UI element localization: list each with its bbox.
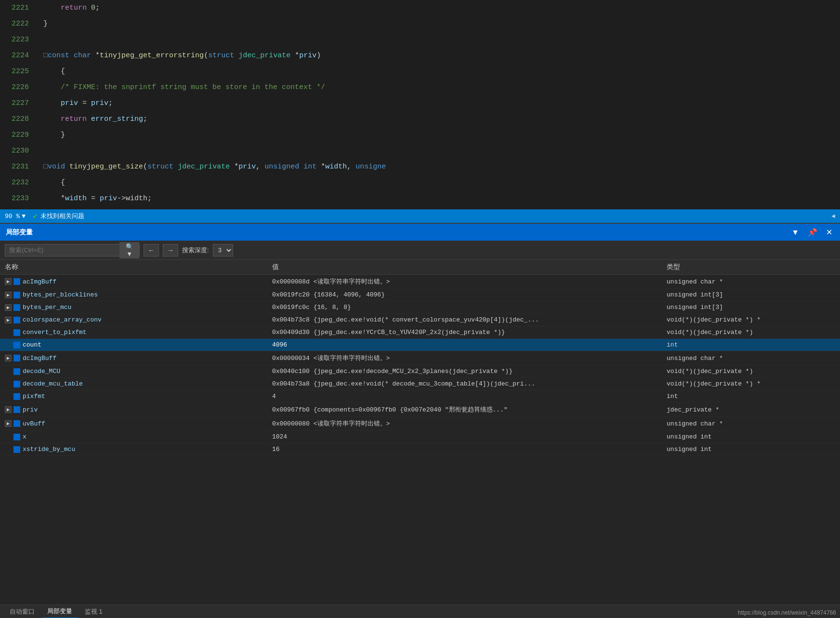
line-number: 2224 bbox=[0, 52, 39, 60]
status-bar: 90 % ▼ ✔ 未找到相关问题 ◄ bbox=[0, 209, 840, 223]
table-row[interactable]: ▶bytes_per_blocklines0x0019fc20 {16384, … bbox=[0, 289, 840, 301]
search-container[interactable]: 🔍▼ bbox=[5, 244, 140, 257]
table-row[interactable]: decode_MCU0x0040c100 {jpeg_dec.exe!decod… bbox=[0, 365, 840, 378]
line-content: } bbox=[39, 20, 840, 28]
code-editor: 2221 return 0;2222}22232224□const char *… bbox=[0, 0, 840, 209]
table-row[interactable]: ▶dcImgBuff0x00000034 <读取字符串字符时出错。>unsign… bbox=[0, 351, 840, 365]
var-icon bbox=[13, 393, 20, 400]
locals-panel: 局部变量 ▼ 📌 ✕ 🔍▼ ← → 搜索深度: 3 名称 值 类型 bbox=[0, 223, 840, 618]
var-name: bytes_per_mcu bbox=[23, 304, 71, 311]
var-type: unsigned int bbox=[662, 431, 840, 443]
search-input[interactable] bbox=[5, 246, 119, 254]
var-name: count bbox=[23, 341, 41, 348]
table-row[interactable]: count4096int bbox=[0, 339, 840, 351]
code-line: 2233 *width = priv->width; bbox=[0, 191, 840, 206]
var-name: pixfmt bbox=[23, 393, 45, 400]
col-header-value: 值 bbox=[267, 260, 662, 275]
table-row[interactable]: ▶priv0x00967fb0 {components=0x00967fb0 {… bbox=[0, 403, 840, 417]
table-row[interactable]: xstride_by_mcu16unsigned int bbox=[0, 443, 840, 456]
tab-auto-window[interactable]: 自动窗口 bbox=[4, 605, 40, 618]
line-content: *width = priv->width; bbox=[39, 194, 840, 203]
pin-down-button[interactable]: ▼ bbox=[789, 227, 801, 238]
line-content: /* FIXME: the snprintf string must be st… bbox=[39, 83, 840, 91]
line-number: 2221 bbox=[0, 4, 39, 12]
depth-select[interactable]: 3 bbox=[213, 244, 233, 257]
code-line: 2231□void tinyjpeg_get_size(struct jdec_… bbox=[0, 159, 840, 175]
var-name: xstride_by_mcu bbox=[23, 446, 75, 453]
var-type: int bbox=[662, 339, 840, 351]
var-name: bytes_per_blocklines bbox=[23, 291, 98, 298]
var-name: colorspace_array_conv bbox=[23, 316, 102, 323]
vars-table-container[interactable]: 名称 值 类型 ▶acImgBuff0x0000008d <读取字符串字符时出错… bbox=[0, 260, 840, 605]
code-line: 2229 } bbox=[0, 127, 840, 143]
var-value: 0x00000034 <读取字符串字符时出错。> bbox=[267, 351, 662, 365]
status-check: ✔ 未找到相关问题 bbox=[33, 211, 84, 221]
expand-button[interactable]: ▶ bbox=[5, 304, 12, 311]
table-row[interactable]: ▶uvBuff0x00000080 <读取字符串字符时出错。>unsigned … bbox=[0, 417, 840, 431]
line-number: 2231 bbox=[0, 163, 39, 171]
var-name-cell: xstride_by_mcu bbox=[0, 443, 267, 456]
expand-button[interactable]: ▶ bbox=[5, 406, 12, 413]
var-name-cell: count bbox=[0, 339, 267, 351]
bottom-tabs: 自动窗口 局部变量 监视 1 bbox=[0, 605, 840, 618]
var-icon bbox=[13, 292, 20, 298]
line-content: } bbox=[39, 131, 840, 139]
locals-panel-title: 局部变量 bbox=[6, 228, 33, 237]
watermark: https://blog.csdn.net/weixin_44874766 bbox=[738, 609, 836, 616]
expand-button[interactable]: ▶ bbox=[5, 317, 12, 323]
var-type: void(*)(jdec_private *) bbox=[662, 365, 840, 378]
close-panel-button[interactable]: ✕ bbox=[824, 227, 834, 238]
code-line: 2230 bbox=[0, 143, 840, 159]
expand-button[interactable]: ▶ bbox=[5, 292, 12, 298]
var-value: 4096 bbox=[267, 339, 662, 351]
var-name: x bbox=[23, 433, 26, 440]
var-value: 0x0040c100 {jpeg_dec.exe!decode_MCU_2x2_… bbox=[267, 365, 662, 378]
expand-button[interactable]: ▶ bbox=[5, 420, 12, 427]
line-content: □void tinyjpeg_get_size(struct jdec_priv… bbox=[39, 163, 840, 171]
var-name-cell: ▶acImgBuff bbox=[0, 275, 267, 289]
pin-button[interactable]: 📌 bbox=[806, 227, 819, 238]
prev-button[interactable]: ← bbox=[144, 244, 159, 257]
line-number: 2223 bbox=[0, 36, 39, 44]
line-number: 2230 bbox=[0, 147, 39, 155]
code-line: 2225 { bbox=[0, 64, 840, 79]
tab-watch1[interactable]: 监视 1 bbox=[79, 605, 108, 618]
line-content: { bbox=[39, 67, 840, 76]
code-line: 2227 priv = priv; bbox=[0, 95, 840, 111]
table-row[interactable]: convert_to_pixfmt0x00409d30 {jpeg_dec.ex… bbox=[0, 326, 840, 339]
table-row[interactable]: x1024unsigned int bbox=[0, 431, 840, 443]
table-row[interactable]: ▶bytes_per_mcu0x0019fc0c {16, 8, 8}unsig… bbox=[0, 301, 840, 314]
zoom-control[interactable]: 90 % ▼ bbox=[5, 213, 26, 220]
line-number: 2232 bbox=[0, 179, 39, 187]
code-line: 2226 /* FIXME: the snprintf string must … bbox=[0, 79, 840, 95]
var-name-cell: ▶priv bbox=[0, 403, 267, 417]
var-type: unsigned char * bbox=[662, 417, 840, 431]
var-type: void(*)(jdec_private *) * bbox=[662, 378, 840, 390]
var-name-cell: decode_MCU bbox=[0, 365, 267, 378]
line-number: 2226 bbox=[0, 83, 39, 91]
line-number: 2225 bbox=[0, 67, 39, 76]
expand-button[interactable]: ▶ bbox=[5, 278, 12, 285]
var-type: int bbox=[662, 390, 840, 403]
var-value: 0x00409d30 {jpeg_dec.exe!YCrCB_to_YUV420… bbox=[267, 326, 662, 339]
search-button[interactable]: 🔍▼ bbox=[119, 242, 139, 258]
code-line: 2223 bbox=[0, 32, 840, 48]
var-icon bbox=[13, 406, 20, 413]
table-row[interactable]: decode_mcu_table0x004b73a8 {jpeg_dec.exe… bbox=[0, 378, 840, 390]
col-header-name: 名称 bbox=[0, 260, 267, 275]
var-type: unsigned int[3] bbox=[662, 301, 840, 314]
scroll-indicator[interactable]: ◄ bbox=[831, 213, 835, 220]
var-icon bbox=[13, 278, 20, 285]
next-button[interactable]: → bbox=[163, 244, 178, 257]
var-type: void(*)(jdec_private *) bbox=[662, 326, 840, 339]
table-row[interactable]: pixfmt4int bbox=[0, 390, 840, 403]
table-row[interactable]: ▶acImgBuff0x0000008d <读取字符串字符时出错。>unsign… bbox=[0, 275, 840, 289]
table-row[interactable]: ▶colorspace_array_conv0x004b73c8 {jpeg_d… bbox=[0, 314, 840, 326]
var-type: unsigned char * bbox=[662, 351, 840, 365]
code-line: 2222} bbox=[0, 16, 840, 32]
expand-button[interactable]: ▶ bbox=[5, 355, 12, 361]
var-value: 0x00967fb0 {components=0x00967fb0 {0x007… bbox=[267, 403, 662, 417]
var-icon bbox=[13, 304, 20, 311]
tab-locals[interactable]: 局部变量 bbox=[41, 605, 78, 618]
var-name: decode_mcu_table bbox=[23, 380, 83, 387]
